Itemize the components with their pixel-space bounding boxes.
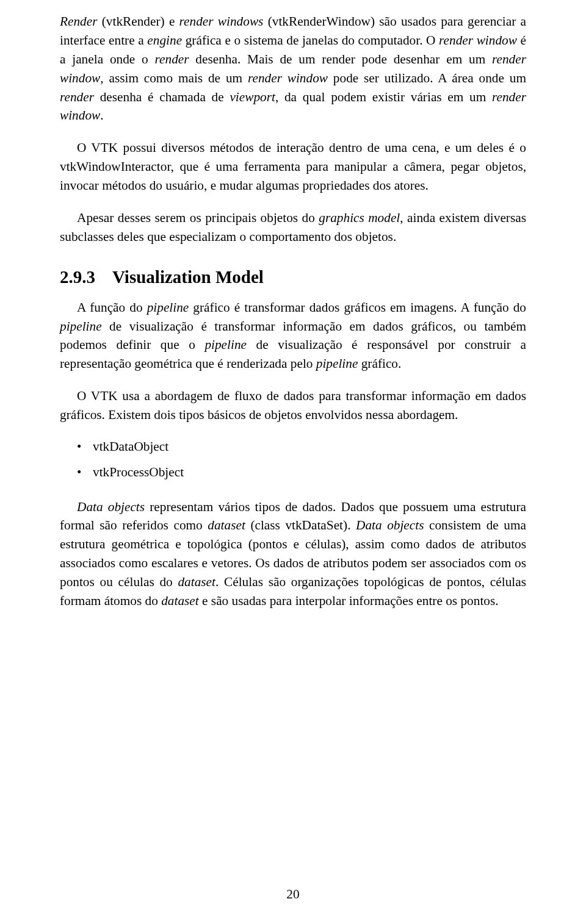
text: render windows (179, 14, 264, 29)
text: pipeline (60, 319, 102, 334)
text: pipeline (316, 356, 358, 371)
text: gráfica e o sistema de janelas do comput… (182, 33, 439, 48)
text: Apesar desses serem os principais objeto… (77, 210, 319, 225)
text: Data objects (356, 518, 424, 532)
text: render window (248, 71, 328, 85)
paragraph-vtk-interaction: O VTK possui diversos métodos de interaç… (60, 138, 526, 195)
paragraph-graphics-model: Apesar desses serem os principais objeto… (60, 209, 526, 246)
heading-number: 2.9.3 (60, 267, 95, 287)
bullet-list: vtkDataObject vtkProcessObject (60, 438, 526, 482)
text: dataset (161, 593, 199, 608)
text: pipeline (147, 300, 189, 315)
paragraph-render-windows: Render (vtkRender) e render windows (vtk… (60, 12, 526, 125)
text: dataset (178, 575, 215, 589)
text: desenha é chamada de (94, 90, 230, 104)
text: , assim como mais de um (100, 71, 248, 85)
list-item: vtkDataObject (93, 438, 526, 456)
page: Render (vtkRender) e render windows (vtk… (0, 0, 586, 924)
page-number: 20 (0, 887, 586, 902)
text: viewport (230, 90, 275, 104)
section-heading: 2.9.3Visualization Model (60, 267, 526, 287)
text: gráfico é transformar dados gráficos em … (189, 300, 526, 315)
text: Render (60, 14, 98, 29)
text: render window (439, 33, 517, 48)
text: A função do (77, 300, 147, 315)
text: desenha. Mais de um render pode desenhar… (189, 52, 492, 66)
text: pode ser utilizado. A área onde um (328, 71, 526, 85)
text: (vtkRender) e (98, 14, 179, 29)
text: , da qual podem existir várias em um (275, 90, 492, 104)
paragraph-dataflow: O VTK usa a abordagem de fluxo de dados … (60, 387, 526, 424)
paragraph-data-objects: Data objects representam vários tipos de… (60, 498, 526, 611)
text: render (60, 90, 94, 104)
text: e são usadas para interpolar informações… (199, 593, 499, 608)
heading-title: Visualization Model (112, 267, 264, 287)
text: dataset (208, 518, 245, 532)
text: render (155, 52, 189, 66)
list-item: vtkProcessObject (93, 464, 526, 482)
text: pipeline (204, 337, 247, 352)
paragraph-pipeline-intro: A função do pipeline gráfico é transform… (60, 298, 526, 374)
text: gráfico. (358, 356, 401, 371)
text: graphics model (319, 210, 400, 225)
text: (class vtkDataSet). (245, 518, 356, 532)
text: . (100, 108, 103, 123)
text: Data objects (77, 500, 145, 514)
text: engine (147, 33, 182, 48)
